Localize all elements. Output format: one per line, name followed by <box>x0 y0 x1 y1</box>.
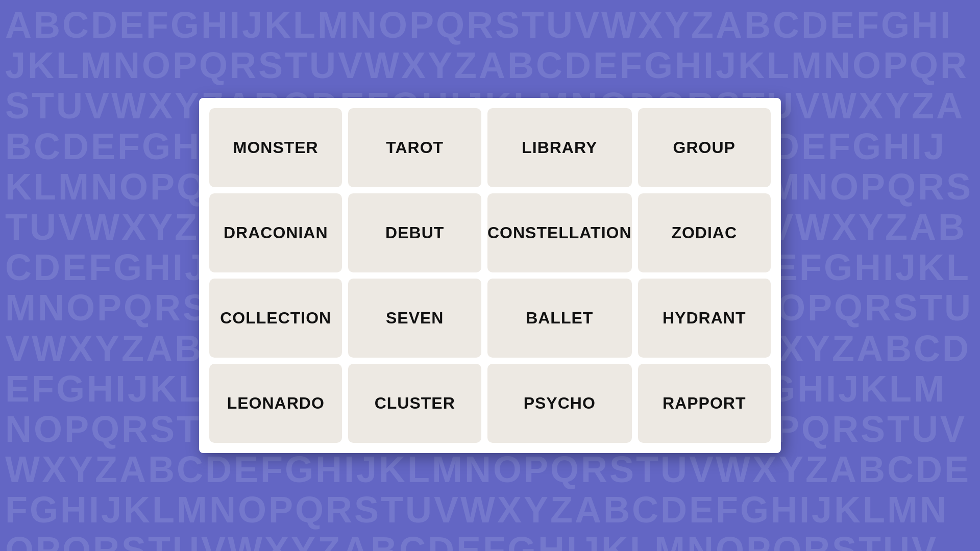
tile-label-constellation: CONSTELLATION <box>487 223 632 242</box>
tile-label-library: LIBRARY <box>522 138 597 157</box>
tile-label-zodiac: ZODIAC <box>671 223 737 242</box>
tile-label-psycho: PSYCHO <box>524 394 596 413</box>
tile-collection[interactable]: COLLECTION <box>209 279 342 358</box>
tile-label-draconian: DRACONIAN <box>224 223 328 242</box>
tile-label-debut: DEBUT <box>385 223 444 242</box>
game-panel: MONSTERTAROTLIBRARYGROUPDRACONIANDEBUTCO… <box>199 98 781 453</box>
word-grid: MONSTERTAROTLIBRARYGROUPDRACONIANDEBUTCO… <box>209 108 771 443</box>
tile-leonardo[interactable]: LEONARDO <box>209 364 342 443</box>
tile-label-monster: MONSTER <box>233 138 318 157</box>
tile-ballet[interactable]: BALLET <box>487 279 632 358</box>
tile-psycho[interactable]: PSYCHO <box>487 364 632 443</box>
tile-monster[interactable]: MONSTER <box>209 108 342 187</box>
tile-rapport[interactable]: RAPPORT <box>638 364 771 443</box>
tile-label-rapport: RAPPORT <box>663 394 746 413</box>
tile-library[interactable]: LIBRARY <box>487 108 632 187</box>
tile-cluster[interactable]: CLUSTER <box>348 364 481 443</box>
tile-label-hydrant: HYDRANT <box>663 309 746 328</box>
tile-label-ballet: BALLET <box>526 309 593 328</box>
tile-group[interactable]: GROUP <box>638 108 771 187</box>
tile-seven[interactable]: SEVEN <box>348 279 481 358</box>
tile-hydrant[interactable]: HYDRANT <box>638 279 771 358</box>
tile-draconian[interactable]: DRACONIAN <box>209 193 342 272</box>
tile-label-seven: SEVEN <box>386 309 444 328</box>
tile-label-group: GROUP <box>673 138 736 157</box>
tile-zodiac[interactable]: ZODIAC <box>638 193 771 272</box>
tile-label-leonardo: LEONARDO <box>227 394 325 413</box>
tile-label-cluster: CLUSTER <box>375 394 455 413</box>
tile-tarot[interactable]: TAROT <box>348 108 481 187</box>
tile-label-tarot: TAROT <box>386 138 444 157</box>
tile-constellation[interactable]: CONSTELLATION <box>487 193 632 272</box>
tile-debut[interactable]: DEBUT <box>348 193 481 272</box>
tile-label-collection: COLLECTION <box>220 309 331 328</box>
